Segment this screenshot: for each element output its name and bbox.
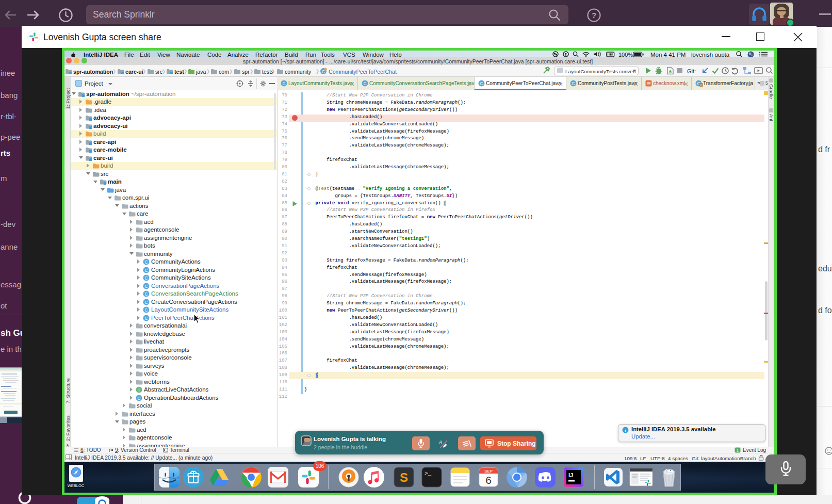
svg-text:C: C — [144, 300, 148, 305]
svg-text:C: C — [480, 81, 483, 86]
svg-text:1: 1 — [737, 448, 739, 453]
svg-text:C: C — [282, 81, 285, 86]
svg-text:C: C — [144, 284, 148, 289]
svg-text:SEP: SEP — [484, 469, 493, 474]
svg-text:C: C — [137, 396, 140, 401]
svg-text:>_: >_ — [425, 470, 432, 477]
svg-text:I: I — [138, 387, 139, 393]
svg-text:?: ? — [592, 11, 596, 20]
svg-text:IJ: IJ — [568, 472, 573, 478]
svg-text:C: C — [144, 316, 148, 321]
svg-text:6: 6 — [485, 474, 492, 486]
svg-text:S: S — [400, 470, 408, 484]
svg-text:C: C — [363, 81, 366, 86]
svg-text:A: A — [438, 440, 442, 445]
svg-text:C: C — [144, 307, 148, 313]
svg-text:C: C — [144, 268, 148, 273]
svg-text:C: C — [144, 259, 148, 265]
svg-text:C: C — [572, 81, 575, 86]
svg-text:C: C — [144, 275, 148, 281]
svg-text:C: C — [144, 291, 148, 297]
